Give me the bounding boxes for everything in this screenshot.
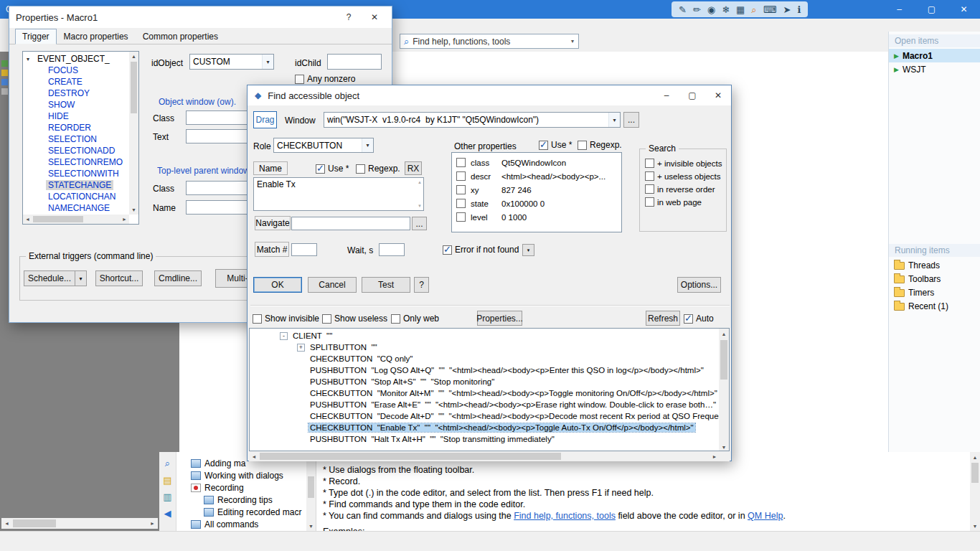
test-button[interactable]: Test bbox=[362, 277, 410, 293]
help-text-vscrollbar[interactable]: ▲ ▼ bbox=[970, 452, 980, 531]
tree-row[interactable]: SELECTIONREMO bbox=[23, 156, 138, 168]
show-useless-checkbox[interactable]: Show useless bbox=[322, 314, 387, 324]
search-icon[interactable]: ⌕ bbox=[159, 458, 176, 469]
scroll-down-icon[interactable]: ▼ bbox=[306, 522, 316, 531]
tree-row[interactable]: REORDER bbox=[23, 122, 138, 133]
scroll-right-icon[interactable]: ► bbox=[120, 215, 129, 224]
idobject-combo[interactable]: CUSTOM▾ bbox=[189, 54, 274, 70]
combo-arrow-icon[interactable]: ▾ bbox=[567, 38, 578, 44]
pen-icon[interactable]: ✏ bbox=[693, 5, 701, 14]
tab[interactable]: Trigger bbox=[15, 29, 57, 44]
window-icon[interactable]: ▦ bbox=[736, 5, 745, 14]
gear-icon[interactable]: ❄ bbox=[722, 5, 730, 14]
pencil-icon[interactable]: ✎ bbox=[679, 5, 687, 14]
scroll-thumb[interactable] bbox=[131, 62, 137, 113]
expander-icon[interactable] bbox=[297, 415, 305, 417]
pointer-icon[interactable]: ➤ bbox=[783, 5, 791, 14]
tree-row[interactable]: FOCUS bbox=[23, 65, 138, 76]
properties-titlebar[interactable]: Properties - Macro1 ? ✕ bbox=[9, 6, 392, 28]
help-topic-row[interactable]: Working with dialogs bbox=[176, 469, 316, 481]
tree-row[interactable]: CREATE bbox=[23, 76, 138, 88]
combo-arrow-icon[interactable]: ▾ bbox=[262, 55, 273, 69]
tree-row[interactable]: SHOW bbox=[23, 99, 138, 110]
scroll-down-icon[interactable]: ▼ bbox=[970, 521, 980, 531]
tree-row[interactable]: STATECHANGE bbox=[23, 179, 138, 191]
minimize-button[interactable]: – bbox=[654, 85, 679, 105]
side-icon-blue[interactable] bbox=[1, 79, 8, 85]
property-row[interactable]: descr <html><head/><body><p>... bbox=[452, 170, 621, 182]
expander-icon[interactable] bbox=[297, 381, 305, 382]
scroll-up-icon[interactable]: ▲ bbox=[719, 329, 729, 339]
tree-row[interactable]: LOCATIONCHAN bbox=[23, 191, 138, 202]
property-row[interactable]: state 0x100000 0 bbox=[452, 197, 621, 209]
search-option-checkbox[interactable]: in web page bbox=[645, 197, 726, 207]
ok-button[interactable]: OK bbox=[253, 277, 302, 293]
search-option-checkbox[interactable]: in reverse order bbox=[645, 184, 726, 194]
scroll-thumb[interactable] bbox=[971, 463, 979, 483]
property-row[interactable]: xy 827 246 bbox=[452, 184, 621, 196]
scroll-thumb[interactable] bbox=[720, 340, 727, 380]
property-checkbox[interactable] bbox=[456, 199, 466, 208]
help-topic-row[interactable]: Recording bbox=[176, 481, 316, 494]
spin-down-icon[interactable]: ▼ bbox=[418, 204, 422, 208]
keyboard-icon[interactable]: ⌨ bbox=[763, 5, 777, 14]
close-button[interactable]: ✕ bbox=[948, 0, 980, 19]
auto-checkbox[interactable]: Auto bbox=[684, 314, 714, 324]
tree-row[interactable]: PUSHBUTTON "Halt Tx Alt+H" "" "Stop tran… bbox=[250, 433, 729, 445]
any-nonzero-checkbox[interactable]: Any nonzero bbox=[295, 74, 355, 84]
property-row[interactable]: class Qt5QWindowIcon bbox=[452, 156, 621, 169]
wait-input[interactable] bbox=[379, 243, 405, 256]
cancel-button[interactable]: Cancel bbox=[308, 277, 357, 293]
tree-row[interactable]: HIDE bbox=[23, 110, 138, 122]
expander-icon[interactable]: + bbox=[297, 344, 305, 352]
help-topic-row[interactable]: Recording tips bbox=[176, 494, 316, 506]
error-if-not-found-checkbox[interactable]: Error if not found bbox=[443, 245, 519, 255]
tree-row[interactable]: PUSHBUTTON "Log QSO Alt+Q" "" "<html><he… bbox=[250, 364, 729, 376]
expander-icon[interactable] bbox=[297, 358, 305, 359]
tree-row[interactable]: + SPLITBUTTON "" bbox=[250, 342, 729, 353]
rx-button[interactable]: RX bbox=[405, 161, 422, 175]
expander-icon[interactable] bbox=[297, 438, 305, 440]
match-input[interactable] bbox=[291, 243, 317, 256]
property-checkbox[interactable] bbox=[456, 158, 466, 167]
property-checkbox[interactable] bbox=[456, 185, 466, 194]
close-button[interactable]: ✕ bbox=[705, 85, 731, 105]
collapse-arrow-icon[interactable]: ▾ bbox=[27, 56, 35, 62]
combo-arrow-icon[interactable]: ▾ bbox=[608, 113, 620, 127]
scroll-left-icon[interactable]: ◄ bbox=[1, 518, 12, 529]
bottom-left-hscrollbar[interactable]: ◄ ► bbox=[1, 518, 158, 529]
navigate-input[interactable] bbox=[291, 217, 410, 230]
search-option-checkbox[interactable]: + invisible objects bbox=[645, 159, 726, 168]
scroll-right-icon[interactable]: ► bbox=[147, 518, 158, 529]
scroll-thumb[interactable] bbox=[308, 476, 314, 498]
tree-row[interactable]: - CLIENT "" bbox=[250, 330, 729, 342]
minimize-button[interactable]: – bbox=[883, 0, 915, 19]
open-item[interactable]: ▶ WSJT bbox=[889, 62, 980, 76]
props-regexp-checkbox[interactable]: Regexp. bbox=[578, 140, 622, 150]
expander-icon[interactable] bbox=[297, 427, 305, 428]
running-item[interactable]: Recent (1) bbox=[889, 299, 980, 313]
find-help-link[interactable]: Find help, functions, tools bbox=[514, 511, 616, 521]
side-icon-gray[interactable] bbox=[1, 88, 8, 95]
options-button[interactable]: Options... bbox=[677, 277, 721, 293]
help-topic-row[interactable]: All commands bbox=[176, 518, 316, 530]
maximize-button[interactable]: ▢ bbox=[679, 85, 705, 105]
only-web-checkbox[interactable]: Only web bbox=[391, 314, 439, 324]
back-icon[interactable]: ◀ bbox=[159, 508, 176, 519]
tab[interactable]: Macro properties bbox=[57, 29, 136, 44]
refresh-button[interactable]: Refresh bbox=[646, 311, 680, 326]
side-icon-green[interactable] bbox=[1, 60, 8, 67]
props-use-checkbox[interactable]: Use * bbox=[539, 140, 572, 150]
scroll-up-icon[interactable]: ▲ bbox=[970, 452, 980, 462]
tree-row[interactable]: SELECTIONWITH bbox=[23, 168, 138, 179]
name-property-selector[interactable]: Name bbox=[253, 161, 288, 175]
bookmark-icon[interactable]: ▥ bbox=[159, 491, 176, 502]
tree-row[interactable]: CHECKBUTTON "Decode Alt+D" "" "<html><he… bbox=[250, 410, 729, 422]
tree-vscrollbar[interactable]: ▲ ▼ bbox=[129, 52, 138, 215]
name-use-checkbox[interactable]: Use * bbox=[316, 164, 349, 174]
qm-help-link[interactable]: QM Help bbox=[748, 511, 783, 521]
dialog-help-button[interactable]: ? bbox=[414, 277, 429, 293]
info-icon[interactable]: ℹ bbox=[797, 5, 801, 14]
find-help-input[interactable]: Find help, functions, tools bbox=[413, 37, 567, 47]
expander-icon[interactable] bbox=[297, 369, 305, 371]
